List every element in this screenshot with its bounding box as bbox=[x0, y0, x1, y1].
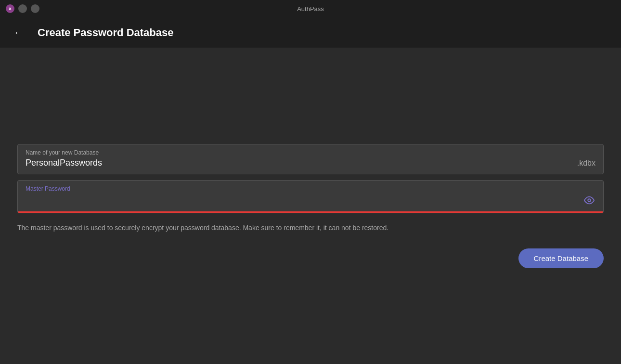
password-error-line bbox=[18, 211, 603, 213]
database-name-row: .kdbx bbox=[26, 158, 595, 168]
top-spacer bbox=[17, 48, 604, 144]
master-password-input[interactable] bbox=[26, 196, 583, 205]
button-row: Create Database bbox=[17, 248, 604, 268]
helper-text: The master password is used to securely … bbox=[17, 223, 604, 233]
form-area: Name of your new Database .kdbx Master P… bbox=[17, 144, 604, 268]
back-button[interactable]: ← bbox=[10, 26, 28, 40]
minimize-button[interactable] bbox=[18, 4, 27, 13]
maximize-button[interactable] bbox=[31, 4, 39, 13]
database-name-label: Name of your new Database bbox=[26, 149, 595, 156]
kdbx-suffix: .kdbx bbox=[577, 159, 595, 168]
password-label: Master Password bbox=[26, 185, 595, 192]
eye-icon bbox=[584, 195, 595, 206]
bottom-spacer bbox=[17, 268, 604, 364]
close-button[interactable]: × bbox=[6, 4, 14, 13]
page-header: ← Create Password Database bbox=[0, 17, 621, 48]
svg-point-0 bbox=[588, 199, 591, 202]
toggle-password-button[interactable] bbox=[583, 194, 595, 207]
window-controls: × bbox=[6, 4, 39, 13]
create-database-button[interactable]: Create Database bbox=[518, 248, 604, 268]
password-field-container: Master Password bbox=[17, 180, 604, 213]
password-row bbox=[26, 194, 595, 211]
title-bar: × AuthPass bbox=[0, 0, 621, 17]
database-name-input[interactable] bbox=[26, 158, 573, 168]
main-content: Name of your new Database .kdbx Master P… bbox=[0, 48, 621, 364]
database-name-field: Name of your new Database .kdbx bbox=[17, 144, 604, 174]
page-title: Create Password Database bbox=[38, 26, 173, 39]
app-title: AuthPass bbox=[297, 5, 324, 13]
